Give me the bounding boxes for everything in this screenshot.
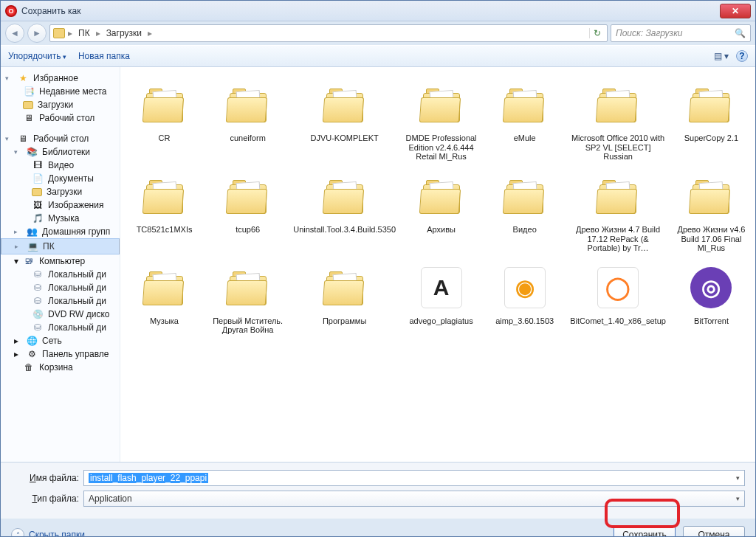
search-input[interactable]: Поиск: Загрузки 🔍 [611, 24, 751, 42]
filetype-value: Application [89, 493, 132, 504]
file-item[interactable]: Aadvego_plagiatus [400, 259, 482, 338]
sidebar-item-icon [23, 101, 33, 109]
sidebar-control-panel[interactable]: ▸⚙Панель управле [1, 347, 120, 361]
back-button[interactable]: ◄ [5, 24, 24, 43]
breadcrumb-seg-1[interactable]: ПК [75, 27, 93, 40]
sidebar-drive[interactable]: ⛁Локальный ди [1, 294, 120, 308]
file-item[interactable]: Первый Мститель. Другая Война [207, 259, 289, 338]
star-icon: ★ [17, 73, 29, 83]
window-title: Сохранить как [21, 6, 80, 16]
file-label: Архивы [425, 225, 457, 235]
sidebar-item[interactable]: 🎞Видео [1, 159, 120, 172]
sidebar-favorites-head[interactable]: ▾★Избранное [1, 72, 120, 85]
file-label: eMule [512, 134, 537, 143]
navbar: ◄ ► ▸ ПК ▸ Загрузки ▸ ↻ Поиск: Загрузки … [1, 21, 755, 45]
forward-button[interactable]: ► [27, 24, 47, 43]
file-item[interactable]: ◯BitComet_1.40_x86_setup [567, 259, 669, 338]
filename-input[interactable]: install_flash_player_22_ppapi ▾ [83, 470, 745, 486]
file-label: Программы [321, 316, 368, 326]
sidebar-libraries-head[interactable]: ▾📚Библиотеки [1, 145, 120, 159]
sidebar-item[interactable]: Загрузки [1, 98, 120, 111]
save-button[interactable]: Сохранить [614, 526, 676, 537]
computer-icon: 🖳 [23, 256, 35, 266]
chevron-right-icon: ▸ [68, 28, 72, 38]
refresh-button[interactable]: ↻ [589, 28, 604, 38]
sidebar-item-icon: 🎵 [32, 213, 44, 224]
folder-icon [592, 79, 644, 131]
file-label: CR [157, 134, 172, 143]
file-label: Видео [512, 225, 538, 235]
sidebar-homegroup[interactable]: ▸👥Домашняя групп [1, 225, 120, 238]
file-item[interactable]: Программы [290, 259, 399, 338]
close-button[interactable]: ✕ [720, 4, 751, 18]
folder-icon [319, 262, 371, 313]
file-item[interactable]: Древо Жизни 4.7 Build 17.12 RePack (& Po… [567, 167, 669, 256]
sidebar-drive[interactable]: ⛁Локальный ди [1, 321, 120, 334]
sidebar-item-label: Рабочий стол [39, 113, 94, 123]
sidebar-item-icon: 🖥 [23, 113, 35, 123]
sidebar: ▾★Избранное 📑Недавние местаЗагрузки🖥Рабо… [1, 67, 120, 462]
file-item[interactable]: ◎BitTorrent [670, 259, 752, 338]
filename-value: install_flash_player_22_ppapi [89, 473, 208, 483]
sidebar-computer[interactable]: ▾🖳Компьютер [1, 254, 120, 268]
file-item[interactable]: cuneiform [207, 76, 289, 164]
folder-icon [222, 79, 274, 131]
file-label: Первый Мститель. Другая Война [208, 316, 287, 335]
file-item[interactable]: tcup66 [207, 167, 289, 256]
file-item[interactable]: eMule [484, 76, 566, 164]
file-label: Древо Жизни 4.7 Build 17.12 RePack (& Po… [568, 225, 667, 253]
file-item[interactable]: Uninstall.Tool.3.4.Build.5350 [290, 167, 399, 256]
file-item[interactable]: CR [123, 76, 205, 164]
sidebar-item[interactable]: 🎵Музыка [1, 212, 120, 225]
chevron-down-icon[interactable]: ▾ [736, 474, 740, 482]
folder-icon [685, 170, 737, 222]
sidebar-drive[interactable]: ⛁Локальный ди [1, 268, 120, 281]
breadcrumb-seg-2[interactable]: Загрузки [103, 27, 145, 40]
sidebar-item[interactable]: 📑Недавние места [1, 85, 120, 98]
cancel-button[interactable]: Отмена [683, 526, 745, 537]
sidebar-drive[interactable]: ⛁Локальный ди [1, 281, 120, 294]
folder-icon [499, 170, 551, 222]
sidebar-item-label: Видео [48, 160, 74, 170]
sidebar-recycle-bin[interactable]: 🗑Корзина [1, 361, 120, 374]
filetype-label: Тип файла: [11, 493, 79, 504]
view-options-button[interactable]: ▤ ▾ [714, 51, 729, 61]
drive-icon: ⛁ [32, 296, 44, 306]
sidebar-network[interactable]: ▸🌐Сеть [1, 334, 120, 347]
file-item[interactable]: TC8521c1MXIs [123, 167, 205, 256]
sidebar-item[interactable]: 🖼Изображения [1, 198, 120, 212]
folder-icon [222, 170, 274, 222]
sidebar-item[interactable]: Загрузки [1, 185, 120, 198]
sidebar-pk[interactable]: ▸💻ПК [1, 238, 120, 254]
hide-folders-button[interactable]: ˄ Скрыть папки [11, 528, 85, 537]
file-item[interactable]: DMDE Professional Edition v2.4.6.444 Ret… [400, 76, 482, 164]
address-bar[interactable]: ▸ ПК ▸ Загрузки ▸ ↻ [49, 24, 608, 42]
organize-button[interactable]: Упорядочить [8, 51, 66, 61]
file-item[interactable]: Древо Жизни v4.6 Build 17.06 Final Ml_Ru… [670, 167, 752, 256]
libraries-icon: 📚 [26, 147, 38, 157]
sidebar-drive[interactable]: 💿DVD RW диско [1, 308, 120, 321]
sidebar-desktop-head[interactable]: ▾🖥Рабочий стол [1, 132, 120, 145]
file-pane[interactable]: CRcuneiformDJVU-KOMPLEKTDMDE Professiona… [120, 67, 755, 462]
network-icon: 🌐 [26, 336, 38, 346]
computer-icon: 💻 [27, 241, 38, 252]
filetype-select[interactable]: Application ▾ [83, 491, 745, 507]
file-label: cuneiform [229, 134, 267, 143]
sidebar-item[interactable]: 📄Документы [1, 172, 120, 185]
sidebar-item-label: Локальный ди [48, 296, 106, 306]
file-item[interactable]: Microsoft Office 2010 with SP2 VL [SELEC… [567, 76, 669, 164]
help-button[interactable]: ? [736, 50, 748, 62]
sidebar-item-icon: 🖼 [32, 200, 44, 210]
recycle-icon: 🗑 [23, 362, 35, 373]
file-item[interactable]: DJVU-KOMPLEKT [290, 76, 399, 164]
sidebar-item[interactable]: 🖥Рабочий стол [1, 111, 120, 125]
file-item[interactable]: Музыка [123, 259, 205, 338]
sidebar-item-label: Загрузки [38, 100, 73, 110]
file-item[interactable]: Видео [484, 167, 566, 256]
sidebar-item-label: Недавние места [39, 86, 106, 97]
file-item[interactable]: ◉aimp_3.60.1503 [484, 259, 566, 338]
new-folder-button[interactable]: Новая папка [78, 51, 130, 61]
file-item[interactable]: SuperCopy 2.1 [670, 76, 752, 164]
sidebar-item-label: Локальный ди [48, 322, 106, 333]
file-item[interactable]: Архивы [400, 167, 482, 256]
